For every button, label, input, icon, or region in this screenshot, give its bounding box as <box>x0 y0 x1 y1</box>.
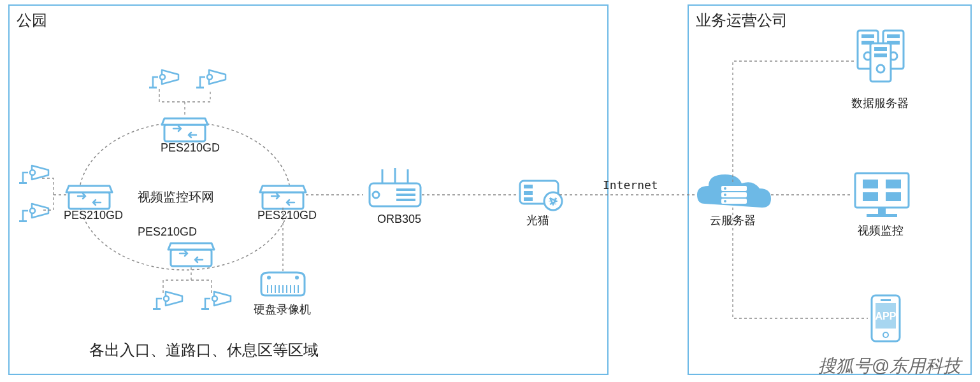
company-title: 业务运营公司 <box>696 10 788 31</box>
park-footer: 各出入口、道路口、休息区等区域 <box>89 340 319 360</box>
switch-left-label: PES210GD <box>64 209 123 222</box>
cloud-server-icon <box>697 174 771 208</box>
camera-icon <box>201 292 231 310</box>
camera-icon <box>19 166 48 184</box>
watermark: 搜狐号@东用科技 <box>818 354 961 378</box>
server-icon <box>870 43 891 81</box>
switch-right-icon <box>260 186 306 209</box>
monitor-label: 视频监控 <box>858 223 904 238</box>
app-icon <box>872 295 900 341</box>
monitor-icon <box>855 173 909 217</box>
camera-icon <box>153 292 182 310</box>
nvr-label: 硬盘录像机 <box>254 302 311 317</box>
switch-bottom-icon <box>168 243 214 266</box>
modem-label: 光猫 <box>526 213 549 228</box>
switch-left-icon <box>66 186 112 209</box>
switch-top-label: PES210GD <box>161 141 220 155</box>
park-title: 公园 <box>17 10 47 31</box>
cloud-label: 云服务器 <box>710 213 756 228</box>
switch-bottom-label: PES210GD <box>138 225 197 239</box>
ring-label: 视频监控环网 <box>138 188 214 206</box>
camera-icon <box>19 204 48 222</box>
router-icon <box>370 168 421 206</box>
camera-icon <box>196 70 226 88</box>
switch-top-icon <box>162 118 208 141</box>
modem-icon <box>520 181 562 210</box>
internet-label: Internet <box>603 178 658 192</box>
router-label: ORB305 <box>377 213 421 226</box>
diagram-root: { "park": { "title": "公园", "ring_label":… <box>0 0 980 382</box>
switch-right-label: PES210GD <box>257 209 317 222</box>
nvr-icon <box>261 272 305 295</box>
camera-icon <box>149 70 178 88</box>
servers-label: 数据服务器 <box>851 96 909 111</box>
